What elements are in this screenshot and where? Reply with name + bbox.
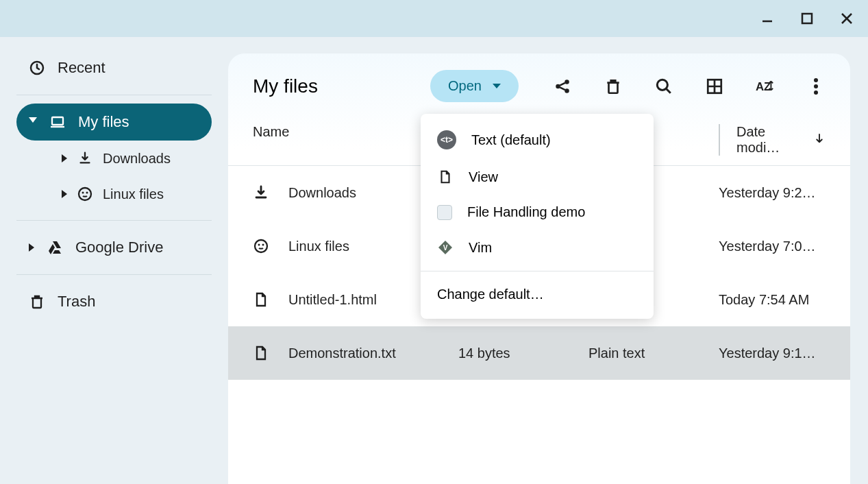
more-icon[interactable] [806, 77, 826, 96]
file-size: 14 bytes [458, 346, 588, 361]
menu-item-vim[interactable]: V Vim [421, 230, 654, 265]
download-icon [77, 150, 93, 167]
search-icon[interactable] [654, 77, 673, 96]
sidebar-label: Trash [58, 293, 95, 311]
svg-point-12 [565, 88, 569, 93]
file-type: Plain text [588, 346, 719, 361]
sidebar-label: Linux files [103, 186, 164, 202]
file-icon [253, 345, 269, 361]
svg-point-11 [565, 80, 569, 84]
sidebar-label: Google Drive [75, 239, 163, 256]
file-date: Today 7:54 AM [719, 292, 826, 308]
svg-point-19 [814, 78, 818, 82]
expand-icon [62, 154, 67, 162]
sidebar-item-linux[interactable]: Linux files [49, 176, 212, 212]
delete-icon[interactable] [604, 77, 623, 96]
menu-item-text-default[interactable]: <t> Text (default) [421, 121, 654, 159]
expand-icon [62, 190, 67, 198]
grid-view-icon[interactable] [705, 77, 724, 96]
vim-icon: V [437, 239, 454, 256]
file-name: Downloads [288, 185, 356, 201]
svg-text:AZ: AZ [756, 80, 771, 93]
svg-rect-1 [802, 14, 812, 23]
file-row[interactable]: Demonstration.txt14 bytesPlain textYeste… [228, 326, 850, 380]
sidebar-item-recent[interactable]: Recent [16, 49, 212, 86]
svg-point-23 [258, 244, 260, 246]
file-icon [253, 291, 269, 308]
toolbar: My files Open AZ [228, 53, 850, 112]
svg-rect-5 [52, 117, 63, 125]
chevron-down-icon [493, 84, 501, 88]
open-with-menu: <t> Text (default) View File Handling de… [421, 114, 654, 319]
svg-line-14 [666, 88, 671, 93]
svg-point-22 [255, 240, 267, 252]
svg-point-9 [86, 192, 88, 194]
sidebar-label: Downloads [103, 151, 171, 167]
file-icon [437, 169, 454, 185]
menu-divider [421, 271, 654, 271]
menu-item-change-default[interactable]: Change default… [421, 277, 654, 312]
file-name: Demonstration.txt [288, 346, 396, 361]
close-button[interactable] [838, 10, 856, 27]
minimize-button[interactable] [758, 10, 776, 27]
trash-icon [29, 293, 45, 310]
open-label: Open [448, 78, 482, 94]
file-name: Untitled-1.html [288, 292, 377, 308]
sort-az-icon[interactable]: AZ [756, 77, 775, 96]
svg-point-10 [556, 84, 560, 88]
sidebar: Recent My files Downloads Linux files [0, 37, 228, 484]
svg-text:V: V [443, 244, 448, 252]
download-icon [253, 184, 269, 201]
file-name: Linux files [288, 239, 349, 254]
file-date: Yesterday 9:2… [719, 185, 826, 201]
menu-item-file-handling[interactable]: File Handling demo [421, 195, 654, 230]
file-date: Yesterday 7:0… [719, 239, 826, 254]
maximize-button[interactable] [798, 10, 816, 27]
text-app-icon: <t> [437, 130, 456, 149]
svg-point-7 [79, 188, 91, 200]
penguin-icon [77, 186, 93, 202]
svg-point-20 [814, 84, 818, 88]
drive-icon [47, 239, 63, 256]
header-date[interactable]: Date modi… [719, 124, 826, 156]
sidebar-item-myfiles[interactable]: My files [16, 104, 212, 141]
sidebar-item-drive[interactable]: Google Drive [16, 229, 212, 266]
clock-icon [29, 60, 45, 76]
page-title: My files [253, 75, 318, 97]
sidebar-item-downloads[interactable]: Downloads [49, 141, 212, 176]
penguin-icon [253, 238, 269, 254]
app-icon [437, 205, 452, 220]
sidebar-item-trash[interactable]: Trash [16, 283, 212, 320]
svg-point-24 [262, 244, 264, 246]
file-date: Yesterday 9:1… [719, 346, 826, 361]
menu-item-view[interactable]: View [421, 159, 654, 195]
sidebar-label: Recent [58, 59, 106, 77]
sort-desc-icon [813, 132, 826, 148]
laptop-icon [49, 114, 66, 130]
sidebar-label: My files [78, 113, 129, 131]
svg-point-13 [657, 80, 667, 90]
expand-icon [29, 243, 34, 252]
window-titlebar [0, 0, 868, 37]
share-icon[interactable] [553, 77, 572, 96]
open-button[interactable]: Open [430, 70, 519, 102]
expand-icon [29, 117, 37, 127]
svg-point-21 [814, 90, 818, 95]
svg-point-8 [82, 192, 84, 194]
